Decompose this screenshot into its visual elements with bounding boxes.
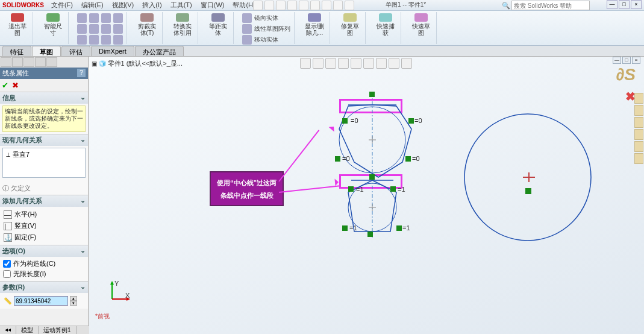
doc-close-button[interactable]: × xyxy=(632,57,640,64)
mirror-label[interactable]: 镜向实体 xyxy=(254,14,278,22)
menu-file[interactable]: 文件(F) xyxy=(48,0,77,10)
tab-dimxpert[interactable]: DimXpert xyxy=(91,46,134,56)
new-icon[interactable] xyxy=(253,1,263,10)
menu-insert[interactable]: 插入(I) xyxy=(139,0,165,10)
circle-tool-icon[interactable] xyxy=(101,13,111,23)
smart-dimension-button[interactable]: 智能尺寸 xyxy=(42,13,64,36)
zoom-fit-icon[interactable] xyxy=(300,58,311,69)
task-palette-icon[interactable] xyxy=(634,141,643,152)
plane-tool-icon[interactable] xyxy=(113,35,123,45)
open-icon[interactable] xyxy=(264,1,274,10)
show-hide-button[interactable]: 显示/删除几... xyxy=(303,13,326,36)
rebuild-icon[interactable] xyxy=(322,1,331,10)
convert-button[interactable]: 转换实体引用 xyxy=(171,13,194,36)
rect-tool-icon[interactable] xyxy=(89,13,99,23)
tab-sketch[interactable]: 草图 xyxy=(32,46,61,56)
task-explorer-icon[interactable] xyxy=(634,129,643,140)
trim-button[interactable]: 剪裁实体(T) xyxy=(136,13,158,36)
tab-office[interactable]: 办公室产品 xyxy=(135,46,184,56)
horizontal-relation[interactable]: —水平(H) xyxy=(2,209,86,220)
move-icon[interactable] xyxy=(242,35,252,45)
minimize-button[interactable]: — xyxy=(607,0,617,9)
help-quick-icon[interactable] xyxy=(345,1,354,10)
flyout-tree[interactable]: ▣ 🧊 零件1 (默认<<默认>_显... xyxy=(92,59,183,68)
vertical-relation[interactable]: |竖直(V) xyxy=(2,220,86,232)
menu-view[interactable]: 视图(V) xyxy=(108,0,138,10)
fm-tab-2[interactable] xyxy=(12,57,23,67)
print-icon[interactable] xyxy=(287,1,297,10)
search-input[interactable] xyxy=(511,1,590,10)
fm-tab-5[interactable] xyxy=(46,57,57,67)
tab-features[interactable]: 特征 xyxy=(2,46,31,56)
tab-model[interactable]: 模型 xyxy=(16,326,39,334)
prev-view-icon[interactable] xyxy=(325,58,336,69)
menu-window[interactable]: 窗口(W) xyxy=(197,0,228,10)
graphics-area[interactable]: — □ × ▣ 🧊 零件1 (默认<<默认>_显... ∂S ✖ xyxy=(89,57,644,334)
text-tool-icon[interactable] xyxy=(89,35,99,45)
task-decals-icon[interactable] xyxy=(634,105,643,116)
exit-sketch-button[interactable]: 退出草图 xyxy=(6,13,29,36)
view-orient-icon[interactable] xyxy=(351,58,361,69)
spin-down[interactable]: ▾ xyxy=(70,301,77,306)
zoom-area-icon[interactable] xyxy=(313,58,324,69)
relation-item[interactable]: ⊥ 垂直7 xyxy=(4,150,84,160)
task-library-icon[interactable] xyxy=(634,117,643,128)
doc-min-button[interactable]: — xyxy=(613,57,621,64)
close-button[interactable]: × xyxy=(631,0,642,9)
cancel-button[interactable]: ✖ xyxy=(12,81,19,90)
fm-tab-4[interactable] xyxy=(35,57,46,67)
poly-tool-icon[interactable] xyxy=(89,24,99,34)
spline-tool-icon[interactable] xyxy=(101,24,111,34)
relations-list[interactable]: ⊥ 垂直7 xyxy=(2,148,86,178)
svg-text:=0: =0 xyxy=(351,117,358,124)
rapid-sketch-button[interactable]: 快速草图 xyxy=(410,13,433,36)
fix-relation[interactable]: ⚓固定(F) xyxy=(2,232,86,243)
select-icon[interactable] xyxy=(310,1,320,10)
ellipse-tool-icon[interactable] xyxy=(113,24,123,34)
ok-button[interactable]: ✔ xyxy=(2,81,8,90)
collapse-icon[interactable]: ⌄ xyxy=(80,93,86,102)
line-tool-icon[interactable] xyxy=(77,13,87,23)
arc-tool-icon[interactable] xyxy=(113,13,123,23)
slot-tool-icon[interactable] xyxy=(77,24,87,34)
hide-show-icon[interactable] xyxy=(376,58,387,69)
pattern-label[interactable]: 线性草图阵列 xyxy=(254,25,290,33)
display-style-icon[interactable] xyxy=(363,58,374,69)
move-label[interactable]: 移动实体 xyxy=(254,36,278,44)
point-tool-icon[interactable] xyxy=(77,35,87,45)
options-icon[interactable] xyxy=(333,1,343,10)
collapse-icon[interactable]: ⌄ xyxy=(80,247,86,256)
collapse-icon[interactable]: ⌄ xyxy=(80,283,86,292)
fillet-tool-icon[interactable] xyxy=(101,35,111,45)
menu-edit[interactable]: 编辑(E) xyxy=(78,0,107,10)
pattern-icon[interactable] xyxy=(242,24,252,34)
svg-rect-19 xyxy=(342,225,348,231)
doc-max-button[interactable]: □ xyxy=(622,57,631,64)
undo-icon[interactable] xyxy=(299,1,308,10)
task-appearances-icon[interactable] xyxy=(634,93,643,104)
length-input[interactable] xyxy=(14,296,68,306)
collapse-icon[interactable]: ⌄ xyxy=(80,197,86,206)
infinite-checkbox[interactable] xyxy=(3,270,11,278)
scene-icon[interactable] xyxy=(389,58,399,69)
maximize-button[interactable]: □ xyxy=(619,0,630,9)
task-resources-icon[interactable] xyxy=(634,153,643,164)
save-icon[interactable] xyxy=(276,1,286,10)
fm-tab-1[interactable] xyxy=(1,57,11,67)
svg-text:=1: =1 xyxy=(402,224,410,232)
menu-tools[interactable]: 工具(T) xyxy=(167,0,196,10)
construction-checkbox[interactable] xyxy=(3,260,11,268)
mirror-icon[interactable] xyxy=(242,13,252,23)
help-icon[interactable]: ? xyxy=(77,69,86,77)
quick-snap-button[interactable]: 快速捕获 xyxy=(374,13,397,36)
section-view-icon[interactable] xyxy=(338,58,349,69)
tab-motion[interactable]: 运动算例1 xyxy=(39,326,77,334)
spin-up[interactable]: ▴ xyxy=(70,296,77,301)
view-settings-icon[interactable] xyxy=(401,58,412,69)
collapse-icon[interactable]: ⌄ xyxy=(80,136,86,145)
fm-tab-3[interactable] xyxy=(23,57,34,67)
tab-evaluate[interactable]: 评估 xyxy=(61,46,90,56)
offset-button[interactable]: 等距实体 xyxy=(207,13,230,36)
repair-button[interactable]: 修复草图 xyxy=(339,13,361,36)
nav-prev[interactable]: ◂◂ xyxy=(0,326,16,334)
